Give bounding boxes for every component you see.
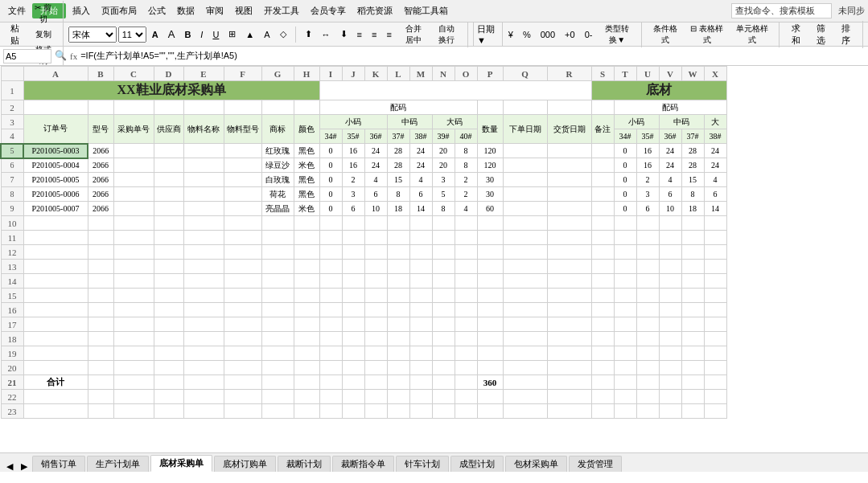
search-box[interactable]: 查找命令、搜索模板 [731,3,832,18]
col-E[interactable]: E [183,67,224,81]
cell-x5[interactable]: 24 [704,144,726,158]
cell-t7[interactable]: 0 [614,173,636,187]
fill-color-button[interactable]: ▲ [241,28,258,41]
col-F[interactable]: F [224,67,261,81]
cell-f8[interactable] [224,187,261,202]
col-U[interactable]: U [636,67,659,81]
col-T[interactable]: T [614,67,636,81]
col-H[interactable]: H [294,67,319,81]
formula-input[interactable] [80,51,865,61]
cell-u8[interactable]: 3 [636,187,659,202]
cell-h9[interactable]: 米色 [294,202,319,216]
cell-g7[interactable]: 白玫瑰 [261,173,294,187]
cell-w6[interactable]: 28 [681,158,704,173]
cell-h8[interactable]: 黑色 [294,187,319,202]
cell-w7[interactable]: 15 [681,173,704,187]
cell-g6[interactable]: 绿豆沙 [261,158,294,173]
r2c5[interactable] [183,100,224,115]
cell-g5[interactable]: 红玫瑰 [261,144,294,158]
cell-n5[interactable]: 20 [432,144,455,158]
cell-g9[interactable]: 亮晶晶 [261,202,294,216]
cell-m7[interactable]: 4 [409,173,432,187]
sum-button[interactable]: 求和 [784,21,808,48]
cell-b8[interactable]: 2066 [88,187,113,202]
cell-m6[interactable]: 24 [409,158,432,173]
cell-s8[interactable] [591,187,614,202]
col-B[interactable]: B [88,67,113,81]
paste-button[interactable]: 粘贴 [3,21,27,48]
cell-x7[interactable]: 4 [704,173,726,187]
cut-button[interactable]: ✂ 剪切 [29,1,58,27]
cell-q9[interactable] [503,202,547,216]
cell-o8[interactable]: 2 [455,187,477,202]
cell-r9[interactable] [547,202,591,216]
r2c2[interactable] [88,100,113,115]
cell-a8[interactable]: P201005-0006 [23,187,88,202]
r2c1[interactable] [23,100,88,115]
cell-l7[interactable]: 15 [387,173,409,187]
cell-e9[interactable] [183,202,224,216]
format-dropdown[interactable]: 日期 ▼ [473,22,503,47]
copy-button[interactable]: 复制 [29,27,58,42]
menu-ai[interactable]: 智能工具箱 [399,3,453,18]
cell-t6[interactable]: 0 [614,158,636,173]
cell-d5[interactable] [154,144,183,158]
merge-button[interactable]: 合并居中 [397,22,430,47]
cell-d9[interactable] [154,202,183,216]
r2c6[interactable] [224,100,261,115]
cell-e6[interactable] [183,158,224,173]
cell-u9[interactable]: 6 [636,202,659,216]
align-top-button[interactable]: ⬆ [301,27,316,41]
cell-w9[interactable]: 18 [681,202,704,216]
cell-s5[interactable] [591,144,614,158]
cell-a9[interactable]: P201005-0007 [23,202,88,216]
bold-b-button[interactable]: B [180,28,195,41]
cell-f5[interactable] [224,144,261,158]
col-C[interactable]: C [113,67,154,81]
tab-bottom-purchase[interactable]: 底材采购单 [150,455,212,472]
cell-c9[interactable] [113,202,154,216]
tab-sewing-plan[interactable]: 针车计划 [396,456,449,472]
align-left-button[interactable]: ≡ [353,28,366,41]
cell-c7[interactable] [113,173,154,187]
cell-f7[interactable] [224,173,261,187]
cell-n7[interactable]: 3 [432,173,455,187]
sheet-scroll-area[interactable]: A B C D E F G H I J K L M N O P Q [0,66,868,452]
col-M[interactable]: M [409,67,432,81]
cell-i7[interactable]: 0 [319,173,342,187]
cell-r8[interactable] [547,187,591,202]
col-Q[interactable]: Q [503,67,547,81]
cell-d7[interactable] [154,173,183,187]
col-O[interactable]: O [455,67,477,81]
col-A[interactable]: A [23,67,88,81]
cell-a5[interactable]: P201005-0003 [23,144,88,158]
font-size-up-button[interactable]: A [164,27,179,42]
col-I[interactable]: I [319,67,342,81]
col-V[interactable]: V [659,67,681,81]
thousands-button[interactable]: 000 [537,28,559,41]
cell-t8[interactable]: 0 [614,187,636,202]
col-L[interactable]: L [387,67,409,81]
cell-d6[interactable] [154,158,183,173]
cell-v5[interactable]: 24 [659,144,681,158]
menu-data[interactable]: 数据 [172,3,200,18]
cell-p8[interactable]: 30 [477,187,503,202]
r2c4[interactable] [154,100,183,115]
align-right-button[interactable]: ≡ [382,28,395,41]
cell-c8[interactable] [113,187,154,202]
cell-c5[interactable] [113,144,154,158]
cell-k5[interactable]: 24 [364,144,387,158]
r2c8[interactable] [294,100,319,115]
cell-b5[interactable]: 2066 [88,144,113,158]
cell-n6[interactable]: 20 [432,158,455,173]
decimal-down-button[interactable]: 0- [581,28,597,41]
align-mid-button[interactable]: ↔ [318,28,335,41]
cell-n9[interactable]: 8 [432,202,455,216]
cell-g8[interactable]: 荷花 [261,187,294,202]
cell-v7[interactable]: 4 [659,173,681,187]
percent-button[interactable]: % [519,28,535,41]
cell-c6[interactable] [113,158,154,173]
cell-r7[interactable] [547,173,591,187]
col-S[interactable]: S [591,67,614,81]
cell-d8[interactable] [154,187,183,202]
